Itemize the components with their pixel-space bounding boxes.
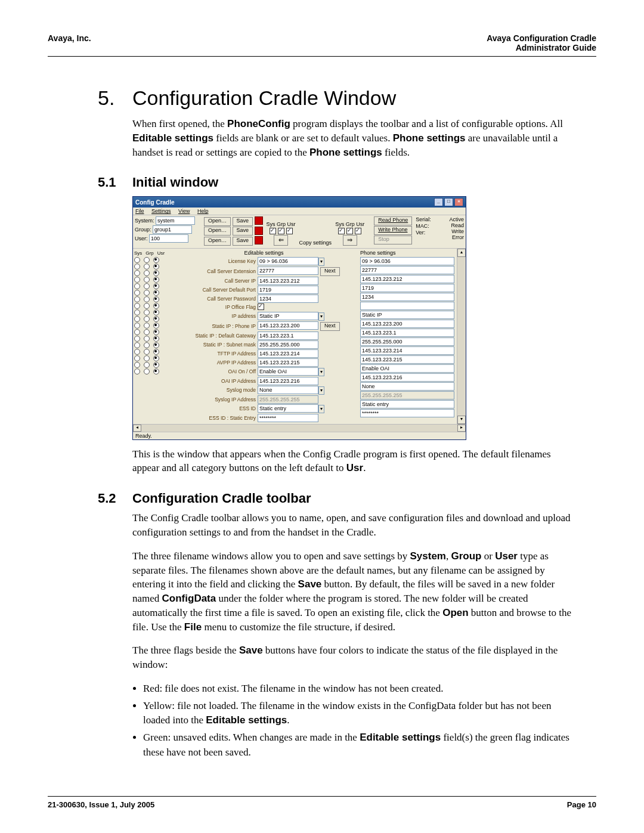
scroll-down-icon[interactable]: ▾ [457, 416, 466, 424]
chevron-down-icon[interactable]: ▾ [318, 258, 324, 266]
category-radio[interactable] [144, 323, 150, 329]
category-radio[interactable] [134, 257, 140, 263]
setting-input[interactable]: 22777 [258, 267, 318, 275]
category-radio[interactable] [144, 290, 150, 296]
category-radio[interactable] [134, 270, 140, 276]
sgu-check[interactable] [355, 228, 361, 234]
write-phone-button[interactable]: Write Phone [374, 226, 412, 235]
category-radio[interactable] [153, 257, 159, 263]
category-radio[interactable] [153, 349, 159, 355]
category-radio[interactable] [134, 296, 140, 302]
menu-settings[interactable]: Settings [151, 208, 171, 214]
setting-input[interactable]: 1234 [258, 295, 318, 303]
category-radio[interactable] [153, 323, 159, 329]
arrow-left-icon[interactable]: ⇐ [274, 235, 288, 246]
category-radio[interactable] [144, 355, 150, 361]
save-button[interactable]: Save [233, 217, 253, 226]
category-radio[interactable] [144, 296, 150, 302]
save-button[interactable]: Save [233, 237, 253, 246]
category-radio[interactable] [153, 309, 159, 315]
setting-input[interactable]: 145.123.223.215 [258, 358, 318, 367]
chevron-down-icon[interactable]: ▾ [318, 386, 324, 395]
setting-dropdown[interactable]: Static entry [258, 404, 318, 413]
category-radio[interactable] [144, 303, 150, 309]
category-radio[interactable] [144, 349, 150, 355]
setting-input[interactable]: 145.123.223.200 [258, 321, 318, 330]
category-radio[interactable] [153, 329, 159, 335]
category-radio[interactable] [153, 270, 159, 276]
chevron-down-icon[interactable]: ▾ [318, 368, 324, 376]
setting-input[interactable]: 145.123.223.1 [258, 332, 318, 340]
category-radio[interactable] [144, 257, 150, 263]
setting-input[interactable]: 255.255.255.000 [258, 340, 318, 349]
user-input[interactable]: 100 [149, 234, 188, 243]
category-radio[interactable] [153, 290, 159, 296]
category-radio[interactable] [134, 303, 140, 309]
category-radio[interactable] [153, 355, 159, 361]
read-phone-button[interactable]: Read Phone [374, 216, 412, 225]
sgu-check[interactable] [338, 228, 345, 234]
category-radio[interactable] [153, 362, 159, 368]
next-button[interactable]: Next [320, 267, 340, 276]
sgu-check[interactable] [278, 228, 284, 234]
next-button[interactable]: Next [320, 322, 340, 331]
category-radio[interactable] [134, 290, 140, 296]
minimize-icon[interactable]: _ [434, 198, 443, 206]
category-radio[interactable] [134, 368, 140, 374]
category-radio[interactable] [153, 283, 159, 289]
category-radio[interactable] [134, 283, 140, 289]
stop-button[interactable]: Stop [374, 236, 412, 244]
category-radio[interactable] [144, 264, 150, 270]
category-radio[interactable] [134, 336, 140, 342]
sgu-check[interactable] [286, 228, 293, 234]
save-button[interactable]: Save [233, 227, 253, 236]
category-radio[interactable] [134, 309, 140, 315]
setting-input[interactable]: 145.123.223.212 [258, 277, 318, 285]
category-radio[interactable] [134, 362, 140, 368]
category-radio[interactable] [134, 349, 140, 355]
setting-dropdown[interactable]: Enable OAI [258, 367, 318, 376]
chevron-down-icon[interactable]: ▾ [318, 312, 324, 321]
category-radio[interactable] [144, 342, 150, 348]
open-button[interactable]: Open… [204, 217, 231, 226]
system-input[interactable]: system [156, 216, 195, 225]
category-radio[interactable] [134, 264, 140, 270]
setting-input[interactable]: 1719 [258, 286, 318, 294]
group-input[interactable]: group1 [153, 225, 192, 234]
menu-view[interactable]: View [178, 208, 190, 214]
setting-input[interactable]: 145.123.223.216 [258, 377, 318, 385]
category-radio[interactable] [153, 277, 159, 283]
setting-dropdown[interactable]: None [258, 386, 318, 394]
category-radio[interactable] [153, 296, 159, 302]
category-radio[interactable] [144, 283, 150, 289]
category-radio[interactable] [153, 368, 159, 374]
category-radio[interactable] [134, 342, 140, 348]
setting-dropdown[interactable]: 09 > 96.036 [258, 257, 318, 265]
category-radio[interactable] [134, 277, 140, 283]
category-radio[interactable] [153, 303, 159, 309]
category-radio[interactable] [144, 270, 150, 276]
category-radio[interactable] [144, 316, 150, 322]
sgu-check[interactable] [270, 228, 276, 234]
setting-checkbox[interactable] [258, 304, 264, 310]
setting-input[interactable]: ******** [258, 414, 318, 422]
category-radio[interactable] [144, 362, 150, 368]
scroll-right-icon[interactable]: ▸ [457, 425, 466, 432]
horizontal-scrollbar[interactable]: ◂ ▸ [133, 424, 466, 432]
setting-input[interactable]: 255.255.255.255 [258, 395, 318, 404]
category-radio[interactable] [144, 336, 150, 342]
category-radio[interactable] [134, 323, 140, 329]
vertical-scrollbar[interactable]: ▴ ▾ [457, 249, 466, 424]
category-radio[interactable] [144, 277, 150, 283]
close-icon[interactable]: × [454, 198, 463, 206]
setting-input[interactable]: 145.123.223.214 [258, 349, 318, 358]
category-radio[interactable] [134, 355, 140, 361]
sgu-check[interactable] [346, 228, 353, 234]
arrow-right-icon[interactable]: ⇒ [343, 235, 357, 246]
setting-dropdown[interactable]: Static IP [258, 312, 318, 320]
category-radio[interactable] [153, 264, 159, 270]
chevron-down-icon[interactable]: ▾ [318, 405, 324, 413]
scroll-up-icon[interactable]: ▴ [457, 249, 466, 257]
category-radio[interactable] [144, 329, 150, 335]
maximize-icon[interactable]: □ [444, 198, 453, 206]
